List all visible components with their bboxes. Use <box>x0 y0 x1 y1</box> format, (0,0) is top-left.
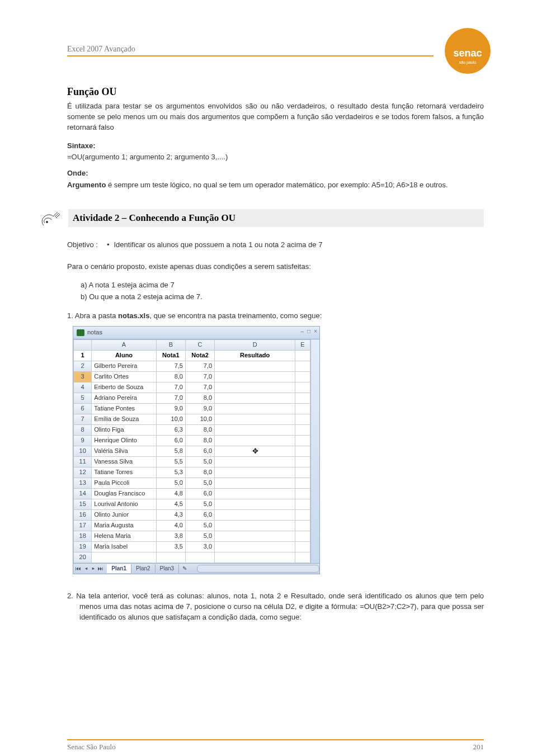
cell-resultado[interactable] <box>215 467 295 478</box>
table-row[interactable]: 20 <box>74 552 310 563</box>
column-header[interactable]: B <box>156 340 185 351</box>
horizontal-scrollbar[interactable] <box>197 565 319 573</box>
cell-aluno[interactable]: Eriberto de Souza <box>92 382 156 393</box>
cell-resultado[interactable] <box>215 361 295 372</box>
table-row[interactable]: 10Valéria Silva5,86,0 <box>74 446 310 457</box>
cell-resultado[interactable] <box>215 521 295 531</box>
cell-aluno[interactable]: Valéria Silva <box>92 446 156 457</box>
cell-nota1[interactable]: 5,8 <box>156 446 185 457</box>
column-header[interactable]: A <box>92 340 156 351</box>
cell-aluno[interactable]: Olinto Junior <box>92 510 156 521</box>
row-header[interactable]: 2 <box>74 361 92 372</box>
cell-nota2[interactable]: 7,0 <box>185 361 214 372</box>
row-header[interactable]: 18 <box>74 531 92 542</box>
cell-aluno[interactable]: Maria Augusta <box>92 521 156 531</box>
row-header[interactable]: 8 <box>74 425 92 436</box>
cell-resultado[interactable] <box>215 542 295 552</box>
cell-nota2[interactable]: 7,0 <box>185 382 214 393</box>
cell-resultado[interactable] <box>215 372 295 382</box>
row-header[interactable]: 12 <box>74 467 92 478</box>
cell-nota2[interactable]: 6,0 <box>185 510 214 521</box>
column-header[interactable]: E <box>295 340 310 351</box>
cell-nota1[interactable]: 9,0 <box>156 404 185 414</box>
row-header[interactable]: 1 <box>74 351 92 361</box>
cell-nota1[interactable]: 4,0 <box>156 521 185 531</box>
cell-nota1[interactable]: 5,0 <box>156 478 185 489</box>
table-row[interactable]: 14Douglas Francisco4,86,0 <box>74 489 310 499</box>
cell-nota1[interactable]: 7,5 <box>156 361 185 372</box>
cell-aluno[interactable]: Adriano Pereira <box>92 393 156 404</box>
row-header[interactable]: 17 <box>74 521 92 531</box>
table-row[interactable]: 3Carlito Ortes8,07,0 <box>74 372 310 382</box>
cell-aluno[interactable]: Vanessa Silva <box>92 457 156 467</box>
cell-nota2[interactable]: 5,0 <box>185 499 214 510</box>
table-row[interactable]: 13Paula Piccoli5,05,0 <box>74 478 310 489</box>
cell-aluno[interactable]: Helena Maria <box>92 531 156 542</box>
table-row[interactable]: 5Adriano Pereira7,08,0 <box>74 393 310 404</box>
cell-resultado[interactable] <box>215 382 295 393</box>
cell-resultado[interactable] <box>215 414 295 425</box>
row-header[interactable]: 4 <box>74 382 92 393</box>
cell-nota1[interactable]: 5,3 <box>156 467 185 478</box>
row-header[interactable]: 5 <box>74 393 92 404</box>
cell-nota2[interactable] <box>185 552 214 563</box>
cell-aluno[interactable]: Olinto Figa <box>92 425 156 436</box>
cell-resultado[interactable] <box>215 425 295 436</box>
cell-nota2[interactable]: 10,0 <box>185 414 214 425</box>
row-header[interactable]: 10 <box>74 446 92 457</box>
table-row[interactable]: 11Vanessa Silva5,55,0 <box>74 457 310 467</box>
sheet-tab-plan3[interactable]: Plan3 <box>156 564 180 574</box>
row-header[interactable]: 13 <box>74 478 92 489</box>
row-header[interactable]: 6 <box>74 404 92 414</box>
row-header[interactable]: 15 <box>74 499 92 510</box>
cell-nota1[interactable]: 5,5 <box>156 457 185 467</box>
cell-resultado[interactable] <box>215 510 295 521</box>
cell-nota2[interactable]: 5,0 <box>185 478 214 489</box>
cell-resultado[interactable] <box>215 436 295 446</box>
cell-nota1[interactable]: 7,0 <box>156 393 185 404</box>
cell-resultado[interactable] <box>215 404 295 414</box>
cell-nota2[interactable]: 6,0 <box>185 446 214 457</box>
table-row[interactable]: 7Emília de Souza10,010,0 <box>74 414 310 425</box>
cell-aluno[interactable]: Carlito Ortes <box>92 372 156 382</box>
cell-resultado[interactable] <box>215 457 295 467</box>
sheet-tab-plan2[interactable]: Plan2 <box>131 564 156 574</box>
table-row[interactable]: 15Lourival Antonio4,55,0 <box>74 499 310 510</box>
cell-nota1[interactable]: 4,5 <box>156 499 185 510</box>
cell-nota1[interactable]: 4,3 <box>156 510 185 521</box>
table-row[interactable]: 8Olinto Figa6,38,0 <box>74 425 310 436</box>
cell-aluno[interactable] <box>92 552 156 563</box>
cell-aluno[interactable]: Henrique Olinto <box>92 436 156 446</box>
cell-resultado[interactable] <box>215 531 295 542</box>
cell-nota2[interactable]: 5,0 <box>185 521 214 531</box>
cell-aluno[interactable]: Maria Isabel <box>92 542 156 552</box>
row-header[interactable]: 16 <box>74 510 92 521</box>
row-header[interactable]: 9 <box>74 436 92 446</box>
cell-aluno[interactable]: Tatiane Torres <box>92 467 156 478</box>
cell-nota2[interactable]: 8,0 <box>185 436 214 446</box>
cell-nota1[interactable]: 8,0 <box>156 372 185 382</box>
close-icon[interactable]: × <box>314 328 317 336</box>
cell-nota2[interactable]: 9,0 <box>185 404 214 414</box>
cell-aluno[interactable]: Lourival Antonio <box>92 499 156 510</box>
sheet-tab-plan1[interactable]: Plan1 <box>107 564 131 574</box>
row-header[interactable]: 14 <box>74 489 92 499</box>
cell-nota2[interactable]: 8,0 <box>185 467 214 478</box>
corner-cell[interactable] <box>74 340 92 351</box>
cell-nota2[interactable]: 6,0 <box>185 489 214 499</box>
new-sheet-icon[interactable]: ✎ <box>179 565 190 573</box>
cell-nota1[interactable]: 6,3 <box>156 425 185 436</box>
row-header[interactable]: 20 <box>74 552 92 563</box>
cell-aluno[interactable]: Gilberto Pereira <box>92 361 156 372</box>
sheet-nav-icons[interactable]: ⏮ ◀ ▶ ⏭ <box>73 565 107 573</box>
cell-resultado[interactable] <box>215 393 295 404</box>
table-row[interactable]: 16Olinto Junior4,36,0 <box>74 510 310 521</box>
table-row[interactable]: 6Tatiane Pontes9,09,0 <box>74 404 310 414</box>
column-header[interactable]: D <box>215 340 295 351</box>
row-header[interactable]: 7 <box>74 414 92 425</box>
cell-nota2[interactable]: 5,0 <box>185 531 214 542</box>
table-row[interactable]: 12Tatiane Torres5,38,0 <box>74 467 310 478</box>
row-header[interactable]: 19 <box>74 542 92 552</box>
table-row[interactable]: 4Eriberto de Souza7,07,0 <box>74 382 310 393</box>
cell-nota1[interactable]: 3,5 <box>156 542 185 552</box>
